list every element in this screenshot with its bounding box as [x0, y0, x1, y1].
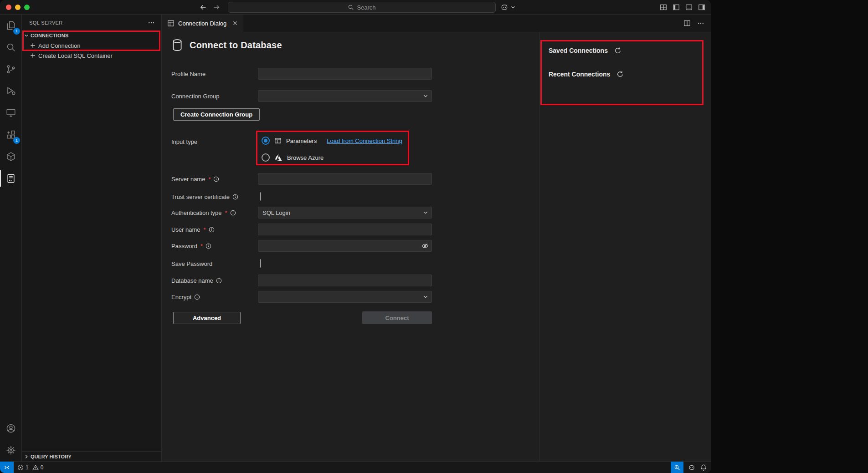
saved-connections-section: Saved Connections	[549, 47, 711, 54]
info-icon[interactable]	[232, 194, 238, 200]
connect-button[interactable]: Connect	[362, 311, 432, 324]
input-type-radio-parameters[interactable]	[262, 137, 270, 145]
activity-containers[interactable]	[0, 146, 22, 168]
macos-close-button[interactable]	[6, 5, 11, 10]
search-icon	[348, 4, 354, 10]
advanced-button[interactable]: Advanced	[173, 312, 241, 324]
toggle-secondary-sidebar-button[interactable]	[698, 4, 705, 11]
tab-connection-dialog[interactable]: Connection Dialog	[162, 15, 243, 32]
user-name-label: User name*	[171, 226, 258, 233]
trust-server-certificate-row: Trust server certificate	[171, 193, 432, 201]
input-type-row: Input type Parameters Load from Connecti…	[171, 135, 432, 163]
input-type-radio-browse-azure[interactable]	[262, 153, 270, 162]
profile-name-label: Profile Name	[171, 71, 258, 77]
sidebar-item-label: Add Connection	[38, 42, 81, 49]
sidebar-header: SQL SERVER	[22, 15, 161, 31]
activity-run-debug[interactable]	[0, 80, 22, 102]
info-icon[interactable]	[213, 176, 219, 182]
info-icon[interactable]	[209, 227, 215, 233]
connections-section-header[interactable]: CONNECTIONS	[22, 31, 161, 41]
database-name-input[interactable]	[258, 275, 432, 286]
problems-button[interactable]: 1 0	[14, 462, 49, 473]
go-forward-button[interactable]	[213, 4, 220, 11]
query-history-section-header[interactable]: QUERY HISTORY	[22, 451, 161, 461]
save-password-label: Save Password	[171, 260, 258, 267]
sidebar-item-add-connection[interactable]: Add Connection	[22, 41, 161, 51]
activity-remote-explorer[interactable]	[0, 102, 22, 124]
create-connection-group-row: Create Connection Group	[171, 108, 432, 121]
input-type-option-parameters: Parameters Load from Connection String	[258, 135, 432, 146]
connection-group-row: Connection Group	[171, 90, 432, 102]
chevron-down-icon	[423, 294, 428, 300]
toggle-password-visibility-button[interactable]	[421, 242, 429, 249]
authentication-type-label: Authentication type*	[171, 209, 258, 216]
profile-name-row: Profile Name	[171, 68, 432, 80]
run-debug-icon	[5, 86, 16, 97]
recent-connections-section: Recent Connections	[549, 71, 711, 78]
notifications-bell-button[interactable]	[700, 464, 707, 471]
info-icon[interactable]	[194, 294, 200, 300]
split-editor-button[interactable]	[683, 20, 691, 27]
server-name-input[interactable]	[258, 173, 432, 185]
toggle-panel-button[interactable]	[685, 4, 693, 11]
chevron-down-icon	[510, 5, 516, 10]
load-from-connection-string-link[interactable]: Load from Connection String	[327, 137, 402, 144]
save-password-checkbox[interactable]	[260, 259, 261, 268]
info-icon[interactable]	[205, 243, 211, 249]
activity-explorer[interactable]: 1	[0, 15, 22, 36]
user-name-input[interactable]	[258, 224, 432, 235]
layout-controls	[660, 0, 705, 15]
sidebar-more-actions-button[interactable]	[148, 19, 155, 26]
activity-accounts[interactable]	[0, 417, 22, 439]
plus-icon	[30, 52, 36, 59]
macos-minimize-button[interactable]	[15, 5, 21, 10]
sidebar-item-create-local-sql-container[interactable]: Create Local SQL Container	[22, 51, 161, 61]
query-history-section-label: QUERY HISTORY	[31, 454, 72, 459]
encrypt-select[interactable]	[258, 291, 432, 303]
command-center-search[interactable]: Search	[228, 2, 496, 13]
refresh-recent-connections-button[interactable]	[616, 71, 624, 78]
macos-fullscreen-button[interactable]	[24, 5, 30, 10]
activity-sql-server[interactable]	[0, 168, 22, 189]
window-controls	[6, 5, 30, 10]
customize-layout-button[interactable]	[660, 4, 667, 11]
activity-source-control[interactable]	[0, 58, 22, 80]
trust-server-certificate-checkbox[interactable]	[260, 192, 261, 201]
search-placeholder: Search	[357, 4, 375, 11]
trust-server-certificate-label: Trust server certificate	[171, 193, 258, 200]
screencast-zoom-button[interactable]	[671, 462, 683, 473]
activity-settings[interactable]	[0, 439, 22, 461]
plus-icon	[30, 42, 36, 49]
history-navigation	[200, 0, 220, 15]
page-title-row: Connect to Database	[171, 38, 539, 52]
status-bar: 1 0	[0, 461, 711, 473]
extensions-badge: 1	[13, 137, 20, 144]
editor-more-actions-button[interactable]	[697, 20, 704, 27]
connection-group-label: Connection Group	[171, 93, 258, 100]
info-icon[interactable]	[230, 210, 236, 216]
account-icon	[5, 423, 16, 434]
close-icon[interactable]	[232, 20, 238, 26]
toggle-primary-sidebar-button[interactable]	[673, 4, 680, 11]
password-input[interactable]	[258, 240, 432, 252]
profile-name-input[interactable]	[258, 68, 432, 80]
info-icon[interactable]	[216, 278, 222, 284]
connection-group-select[interactable]	[258, 90, 432, 102]
copilot-menu-button[interactable]	[500, 0, 516, 15]
recent-connections-heading: Recent Connections	[549, 71, 610, 78]
parameters-icon	[274, 137, 282, 144]
server-name-row: Server name*	[171, 173, 432, 185]
refresh-saved-connections-button[interactable]	[614, 47, 621, 54]
authentication-type-select[interactable]: SQL Login	[258, 207, 432, 219]
error-count: 1	[26, 464, 29, 471]
connection-form-area: Connect to Database Profile Name Conne	[162, 32, 539, 461]
warning-icon	[32, 464, 39, 471]
remote-indicator-button[interactable]	[0, 462, 14, 473]
go-back-button[interactable]	[200, 4, 207, 11]
activity-extensions[interactable]: 1	[0, 124, 22, 146]
editor-group: Connection Dialog	[162, 15, 711, 461]
copilot-status-button[interactable]	[688, 464, 695, 471]
database-icon	[171, 39, 183, 51]
activity-search[interactable]	[0, 36, 22, 58]
create-connection-group-button[interactable]: Create Connection Group	[173, 108, 260, 121]
